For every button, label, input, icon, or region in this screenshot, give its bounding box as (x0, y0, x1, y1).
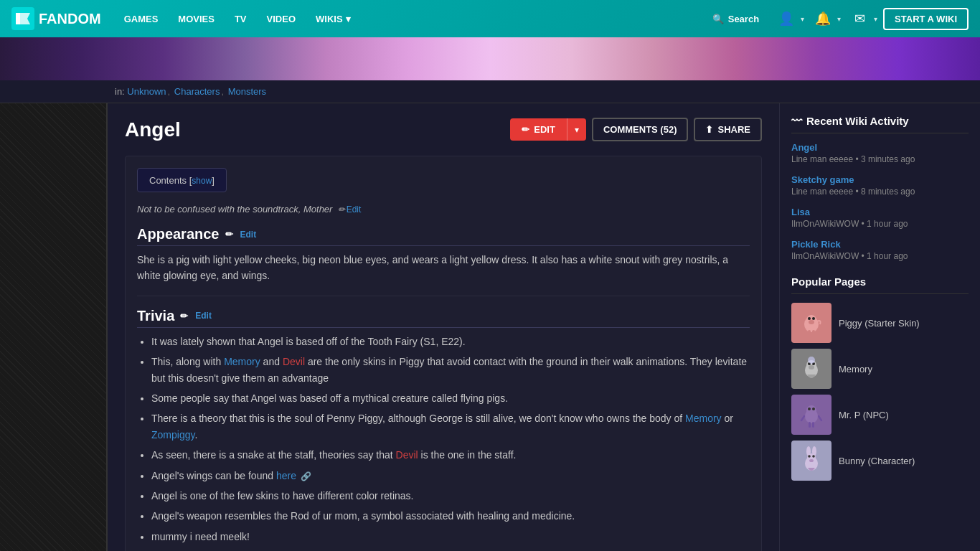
list-item: It was lately shown that Angel is based … (151, 334, 750, 349)
breadcrumb: in: Unknown, Characters, Monsters (0, 80, 980, 103)
svg-rect-5 (808, 330, 811, 335)
trivia-zompiggy-link[interactable]: Zompiggy (151, 429, 194, 441)
comments-button[interactable]: COMMENTS (52) (592, 118, 689, 141)
list-item: Angel's wings can be found here 🔗 (151, 468, 750, 484)
appearance-edit-icon: ✏ (225, 229, 233, 240)
popular-item-title-bunny: Bunny (Character) (839, 456, 915, 466)
popular-item-mrp[interactable]: Mr. P (NPC) (791, 395, 969, 435)
svg-point-21 (806, 446, 811, 456)
top-navigation: FANDOM GAMES MOVIES TV VIDEO WIKIS ▾ 🔍 S… (0, 0, 980, 37)
popular-thumb-mrp (791, 395, 831, 435)
user-avatar-button[interactable]: 👤 (773, 6, 799, 32)
popular-item-memory[interactable]: Memory (791, 349, 969, 389)
activity-item-sketchy: Sketchy game Line man eeeee • 8 minutes … (791, 174, 969, 197)
activity-link-angel[interactable]: Angel (791, 142, 969, 153)
breadcrumb-unknown[interactable]: Unknown (127, 86, 166, 97)
edit-button-group: ✏ EDIT ▾ (510, 118, 586, 141)
trivia-section-header: Trivia ✏Edit (137, 308, 750, 328)
nav-wikis[interactable]: WIKIS ▾ (307, 8, 359, 30)
svg-point-14 (806, 405, 816, 415)
user-profile-group: 👤 ▾ (773, 6, 804, 32)
fandom-logo[interactable]: FANDOM (11, 7, 101, 30)
list-item: Some people say that Angel was based off… (151, 390, 750, 406)
mail-icon: ✉ (854, 11, 865, 27)
page-title: Angel (125, 118, 181, 141)
search-icon: 🔍 (712, 14, 724, 24)
activity-item-lisa: Lisa IlmOnAWikiWOW • 1 hour ago (791, 207, 969, 229)
popular-item-bunny[interactable]: Bunny (Character) (791, 441, 969, 481)
trivia-list: It was lately shown that Angel is based … (151, 334, 750, 545)
article-actions: ✏ EDIT ▾ COMMENTS (52) ⬆ SHARE (510, 118, 762, 141)
list-item: This, along with Memory and Devil are th… (151, 354, 750, 386)
fandom-logo-icon (11, 7, 34, 30)
contents-label: Contents [show] (149, 175, 215, 186)
svg-point-15 (808, 408, 811, 410)
start-wiki-button[interactable]: START A WIKI (883, 8, 969, 30)
recent-activity-section: 〰 Recent Wiki Activity Angel Line man ee… (791, 115, 969, 261)
svg-rect-6 (812, 330, 815, 335)
svg-rect-17 (809, 422, 811, 428)
appearance-edit-link[interactable]: Edit (240, 230, 257, 240)
list-item: Angel's weapon resembles the Rod of ur m… (151, 508, 750, 524)
nav-movies[interactable]: MOVIES (169, 8, 223, 30)
profile-dropdown-chevron[interactable]: ▾ (801, 15, 804, 23)
activity-meta-pickle: IlmOnAWikiWOW • 1 hour ago (791, 251, 969, 261)
notifications-group: 🔔 ▾ (810, 6, 841, 32)
list-item: As seen, there is a snake at the staff, … (151, 447, 750, 463)
nav-right-actions: 🔍 Search 👤 ▾ 🔔 ▾ ✉ ▾ S (704, 6, 969, 32)
activity-link-pickle[interactable]: Pickle Rick (791, 239, 969, 250)
svg-point-4 (812, 317, 815, 320)
trivia-here-link[interactable]: here (276, 470, 296, 481)
popular-item-title-memory: Memory (839, 364, 872, 375)
svg-point-2 (809, 320, 814, 324)
popular-item-title-mrp: Mr. P (NPC) (839, 410, 889, 420)
nav-links: GAMES MOVIES TV VIDEO WIKIS ▾ (116, 8, 698, 30)
share-icon: ⬆ (705, 124, 713, 135)
notifications-button[interactable]: 🔔 (810, 6, 836, 32)
nav-tv[interactable]: TV (226, 8, 255, 30)
nav-video[interactable]: VIDEO (258, 8, 304, 30)
svg-point-24 (812, 455, 815, 458)
activity-link-sketchy[interactable]: Sketchy game (791, 174, 969, 185)
article-body: Contents [show] Not to be confused with … (125, 156, 762, 551)
wikis-chevron-icon: ▾ (346, 14, 351, 24)
popular-item-title-piggy: Piggy (Starter Skin) (839, 318, 920, 329)
appearance-section-header: Appearance ✏Edit (137, 226, 750, 246)
trivia-devil-link-2[interactable]: Devil (396, 449, 418, 461)
main-content: Angel ✏ EDIT ▾ COMMENTS (52) ⬆ SHARE (108, 103, 779, 551)
disambiguation-edit-pencil-icon: ✏ (338, 204, 345, 215)
edit-dropdown-button[interactable]: ▾ (567, 118, 586, 141)
svg-point-25 (809, 459, 814, 462)
trivia-memory-link-1[interactable]: Memory (224, 356, 260, 367)
bell-icon: 🔔 (815, 11, 831, 27)
share-button[interactable]: ⬆ SHARE (694, 118, 762, 141)
activity-link-lisa[interactable]: Lisa (791, 207, 969, 217)
breadcrumb-monsters[interactable]: Monsters (228, 86, 266, 97)
disambiguation-note: Not to be confused with the soundtrack, … (137, 204, 750, 215)
list-item: mummy i need meelk! (151, 529, 750, 545)
edit-button[interactable]: ✏ EDIT (510, 118, 567, 141)
messages-button[interactable]: ✉ (847, 6, 872, 32)
popular-item-piggy[interactable]: Piggy (Starter Skin) (791, 303, 969, 343)
list-item: Angel is one of the few skins to have di… (151, 488, 750, 504)
messages-dropdown-chevron[interactable]: ▾ (874, 15, 877, 23)
svg-point-3 (808, 317, 811, 320)
left-rail (0, 103, 108, 551)
trivia-devil-link-1[interactable]: Devil (283, 356, 305, 367)
breadcrumb-characters[interactable]: Characters (174, 86, 220, 97)
appearance-content: She is a pig with light yellow cheeks, b… (137, 252, 750, 284)
activity-wave-icon: 〰 (791, 115, 802, 127)
contents-toggle[interactable]: show (192, 176, 212, 186)
activity-meta-lisa: IlmOnAWikiWOW • 1 hour ago (791, 219, 969, 229)
popular-thumb-memory (791, 349, 831, 389)
nav-games[interactable]: GAMES (116, 8, 167, 30)
edit-pencil-icon: ✏ (522, 124, 529, 135)
svg-point-11 (809, 365, 814, 369)
disambiguation-edit-link[interactable]: Edit (347, 204, 362, 215)
notifications-dropdown-chevron[interactable]: ▾ (837, 15, 841, 23)
search-button[interactable]: 🔍 Search (704, 9, 768, 29)
section-divider-1 (137, 296, 750, 296)
trivia-memory-link-2[interactable]: Memory (685, 413, 722, 424)
trivia-edit-link[interactable]: Edit (195, 311, 212, 321)
activity-item-angel: Angel Line man eeeee • 3 minutes ago (791, 142, 969, 164)
